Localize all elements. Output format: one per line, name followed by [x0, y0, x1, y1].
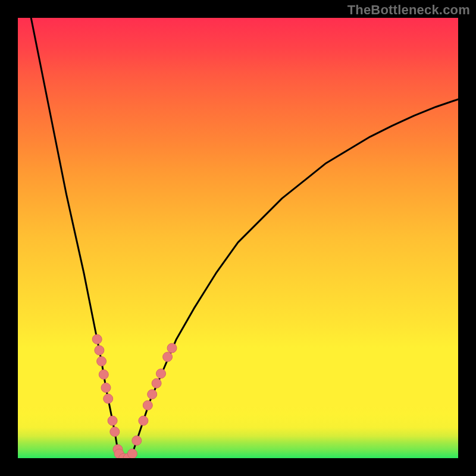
scatter-point: [148, 390, 157, 399]
scatter-point: [132, 436, 142, 445]
watermark-text: TheBottleneck.com: [347, 2, 470, 18]
scatter-point: [127, 449, 137, 458]
scatter-point: [108, 416, 117, 425]
scatter-point: [104, 394, 113, 403]
scatter-point: [152, 378, 161, 388]
scatter-point: [163, 352, 173, 362]
scatter-point: [99, 369, 108, 379]
scatter-point: [156, 369, 166, 378]
scatter-point: [139, 416, 148, 425]
bottleneck-curve: [31, 18, 458, 458]
scatter-point: [143, 400, 152, 410]
scatter-point: [92, 334, 102, 344]
outer-frame: TheBottleneck.com: [0, 0, 476, 476]
scatter-point: [101, 383, 111, 393]
chart-svg: [18, 18, 458, 458]
scatter-point: [97, 356, 107, 366]
scatter-point: [110, 427, 120, 437]
scatter-point: [95, 346, 104, 355]
plot-area: [18, 18, 458, 458]
scatter-point: [167, 343, 177, 353]
